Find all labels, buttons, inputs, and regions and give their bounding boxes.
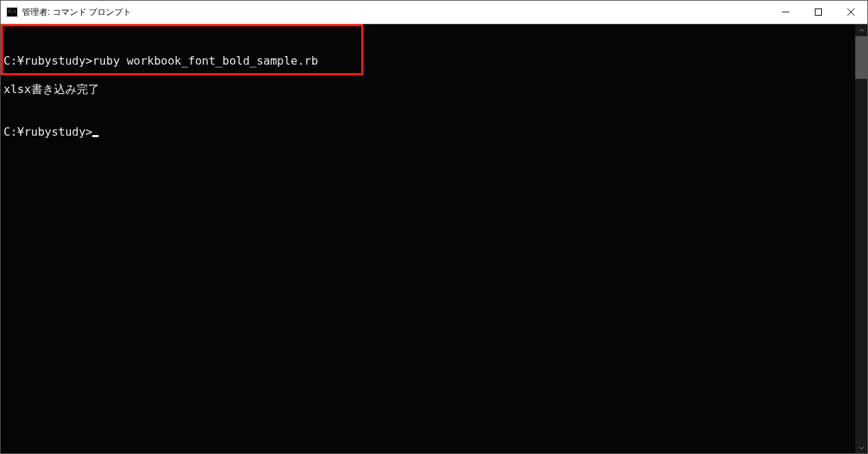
terminal-prompt-line: C:¥rubystudy> xyxy=(4,125,855,139)
close-icon xyxy=(847,9,855,16)
cmd-icon xyxy=(6,7,18,17)
terminal-line: C:¥rubystudy>ruby workbook_font_bold_sam… xyxy=(4,54,855,68)
vertical-scrollbar[interactable] xyxy=(855,24,867,453)
maximize-button[interactable] xyxy=(802,1,835,23)
close-button[interactable] xyxy=(835,1,867,23)
scroll-track[interactable] xyxy=(855,36,867,441)
terminal-area: C:¥rubystudy>ruby workbook_font_bold_sam… xyxy=(1,24,867,453)
window-title: 管理者: コマンド プロンプト xyxy=(22,6,131,18)
terminal-output[interactable]: C:¥rubystudy>ruby workbook_font_bold_sam… xyxy=(1,24,855,453)
terminal-prompt: C:¥rubystudy> xyxy=(4,125,92,139)
terminal-line: xlsx書き込み完了 xyxy=(4,82,855,97)
window-controls xyxy=(769,1,867,23)
maximize-icon xyxy=(815,9,822,16)
minimize-button[interactable] xyxy=(769,1,802,23)
chevron-up-icon xyxy=(859,28,864,33)
cursor xyxy=(92,135,99,137)
minimize-icon xyxy=(782,9,789,16)
scroll-up-button[interactable] xyxy=(855,24,867,36)
titlebar[interactable]: 管理者: コマンド プロンプト xyxy=(1,1,867,24)
titlebar-left: 管理者: コマンド プロンプト xyxy=(6,6,131,18)
svg-rect-1 xyxy=(815,9,822,16)
window-frame: 管理者: コマンド プロンプト C:¥rubystudy>ruby workbo… xyxy=(0,0,868,454)
scroll-down-button[interactable] xyxy=(855,441,867,453)
scroll-thumb[interactable] xyxy=(855,36,867,79)
chevron-down-icon xyxy=(859,445,864,450)
